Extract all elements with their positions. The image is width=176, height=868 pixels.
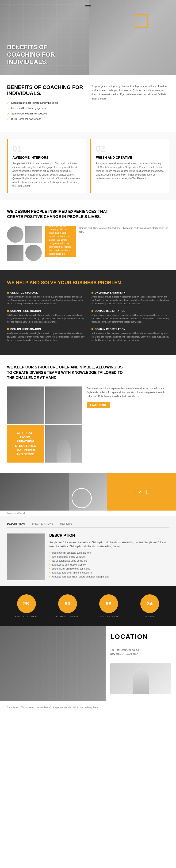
- inspired-image-2: [25, 226, 42, 243]
- checklist-item: ✓ Build Personal Awareness: [7, 118, 84, 121]
- biz-dot-icon: [92, 292, 93, 293]
- benefits-left: BENEFITS OF COACHING FOR INDIVIDUALS. ✓ …: [7, 84, 84, 123]
- structure-person-image: [45, 425, 82, 463]
- stat-label-1: HAPPY CUSTOMERS: [15, 615, 38, 618]
- structure-image-1: [7, 386, 44, 424]
- desc-list-item: laboris nisi ut aliquip ex ea commodo: [49, 567, 169, 571]
- stat-circle-3: 98: [99, 594, 118, 613]
- stat-label-3: CUPS OF COFFEE: [98, 615, 119, 618]
- benefits-checklist: ✓ Establish and act toward achieving goa…: [7, 101, 84, 121]
- location-image: [0, 626, 106, 701]
- stat-label-4: AWARDS: [145, 615, 155, 618]
- biz-item-1: UNLIMITED STORAGE Article asvant arrived…: [7, 291, 84, 305]
- business-col-left: UNLIMITED STORAGE Article asvant arrived…: [7, 291, 84, 346]
- checklist-item: ✓ Increased level of engagement: [7, 107, 84, 110]
- structure-orange-text: WE CREATE LIVING, BREATHING STRUCTURES T…: [12, 431, 40, 457]
- card-2-text: Paragraph: Lorem ipsum dolor sit amet, c…: [96, 162, 164, 181]
- stat-num-1: 2K: [23, 601, 30, 607]
- biz-item-4-text: Article asvant arrived express highest m…: [92, 295, 169, 305]
- biz-item-6-title: DOMAIN REGISTRATION: [92, 328, 169, 331]
- biz-dot-icon: [7, 328, 9, 330]
- tabs-bar: DESCRIPTION SPECIFICATIONS REVIEWS: [7, 520, 169, 528]
- structure-title: WE KEEP OUR STRUCTURE OPEN AND NIMBLE, A…: [7, 365, 124, 380]
- business-col-right: UNLIMITED BANDWIDTH Article asvant arriv…: [92, 291, 169, 346]
- desc-list-item: quis nostrud exercitation ullamco: [49, 563, 169, 567]
- hero-orange-box: [134, 14, 148, 28]
- stat-circle-4: 34: [140, 594, 159, 613]
- inspired-image-1: [7, 226, 23, 243]
- stat-item-1: 2K HAPPY CUSTOMERS: [7, 594, 46, 618]
- checklist-item: ✓ Safe Place to Gain Perspective: [7, 112, 84, 116]
- biz-item-4-title: UNLIMITED BANDWIDTH: [92, 291, 169, 294]
- check-icon: ✓: [7, 102, 9, 105]
- biz-item-3: DOMAIN REGISTRATION Article asvant arriv…: [7, 328, 84, 342]
- biz-item-6-text: Article asvant arrived express highest m…: [92, 332, 169, 342]
- business-section: WE HELP AND SOLVE YOUR BUSINESS PROBLEM.…: [0, 270, 176, 355]
- checklist-item: ✓ Establish and act toward achieving goa…: [7, 101, 84, 105]
- inspired-image-4: [25, 245, 42, 261]
- tab-description[interactable]: DESCRIPTION: [7, 520, 25, 527]
- stat-num-4: 34: [147, 601, 152, 607]
- hero-section: BENEFITS OF COACHING FOR INDIVIDUALS.: [0, 0, 176, 75]
- card-2-num: 02: [96, 144, 164, 154]
- instagram-icon[interactable]: ◎: [145, 489, 149, 494]
- benefits-title: BENEFITS OF COACHING FOR INDIVIDUALS.: [7, 84, 84, 97]
- inspired-right-text: Sample text. Click to select the text bo…: [79, 226, 169, 234]
- gallery-social-box: f ✕ ◎: [107, 473, 176, 510]
- biz-item-5-title: DOMAIN REGISTRATION: [92, 309, 169, 312]
- biz-dot-icon: [92, 328, 93, 330]
- biz-item-1-text: Article asvant arrived express highest m…: [7, 295, 84, 305]
- learn-more-button[interactable]: LEARN MORE: [87, 402, 110, 408]
- biz-item-6: DOMAIN REGISTRATION Article asvant arriv…: [92, 328, 169, 342]
- desc-list-item: sed ut perspiciatis unde omnis iste: [49, 559, 169, 563]
- description-intro: Sample text. Click to select the text bo…: [49, 540, 169, 549]
- gallery-caption: Image from Freepik: [0, 510, 176, 516]
- biz-item-4: UNLIMITED BANDWIDTH Article asvant arriv…: [92, 291, 169, 305]
- tab-reviews[interactable]: REVIEWS: [60, 520, 72, 527]
- desc-list-item: sunt in culpa qui officia deserunt: [49, 555, 169, 559]
- biz-item-2-text: Article asvant arrived express highest m…: [7, 313, 84, 323]
- desc-list-item: excepteur sint occaecat cupidatat non: [49, 551, 169, 555]
- footer-text: Sample text. Click to select the text bo…: [0, 701, 176, 714]
- card-2: 02 FRESH AND CREATIVE Paragraph: Lorem i…: [90, 139, 169, 193]
- inspired-orange-text: The result of our company is to be inspi…: [49, 224, 72, 259]
- biz-dot-icon: [7, 310, 9, 312]
- stat-label-2: PROJECT COMPLETED: [55, 615, 80, 618]
- structure-right: Duis aute irure dolor in reprehenderit i…: [87, 386, 169, 464]
- twitter-icon[interactable]: ✕: [139, 489, 142, 494]
- gallery-image-1: [0, 473, 69, 510]
- biz-item-5: DOMAIN REGISTRATION Article asvant arriv…: [92, 309, 169, 323]
- desc-list-item: duis aute irure dolor in reprehenderit i…: [49, 571, 169, 575]
- hamburger-menu[interactable]: [85, 4, 91, 7]
- description-title: DESCRIPTION: [49, 533, 169, 538]
- stat-circle-2: 60: [58, 594, 77, 613]
- inspired-title: WE DESIGN PEOPLE INSPIRED EXPERIENCES TH…: [7, 209, 124, 219]
- location-section: LOCATION 121 Rock Street, 21 Avenue New …: [0, 626, 176, 701]
- check-icon: ✓: [7, 107, 9, 110]
- stat-item-2: 60 PROJECT COMPLETED: [48, 594, 87, 618]
- structure-image-2: [45, 386, 82, 424]
- location-right: LOCATION 121 Rock Street, 21 Avenue New …: [106, 626, 176, 701]
- check-icon: ✓: [7, 112, 9, 116]
- inspired-grid: The result of our company is to be inspi…: [7, 226, 169, 261]
- card-1-title: AWESOME INTERIORS: [12, 156, 81, 159]
- gallery-row: f ✕ ◎: [0, 473, 176, 510]
- inspired-section: WE DESIGN PEOPLE INSPIRED EXPERIENCES TH…: [0, 200, 176, 270]
- structure-left-grid: WE CREATE LIVING, BREATHING STRUCTURES T…: [7, 386, 82, 464]
- location-address: 121 Rock Street, 21 Avenue New York, NY …: [110, 648, 171, 656]
- stat-num-3: 98: [106, 601, 111, 607]
- hero-right-image: [89, 0, 176, 75]
- gallery-image-2: [69, 473, 107, 510]
- biz-item-5-text: Article asvant arrived express highest m…: [92, 313, 169, 323]
- structure-section: WE KEEP OUR STRUCTURE OPEN AND NIMBLE, A…: [0, 355, 176, 473]
- stat-num-2: 60: [65, 601, 70, 607]
- business-columns: UNLIMITED STORAGE Article asvant arrived…: [7, 291, 169, 346]
- structure-content: WE CREATE LIVING, BREATHING STRUCTURES T…: [7, 386, 169, 464]
- description-image: [7, 533, 45, 580]
- facebook-icon[interactable]: f: [134, 489, 135, 494]
- benefits-section: BENEFITS OF COACHING FOR INDIVIDUALS. ✓ …: [0, 75, 176, 132]
- tab-specifications[interactable]: SPECIFICATIONS: [32, 520, 53, 527]
- biz-item-2: DOMAIN REGISTRATION Article asvant arriv…: [7, 309, 84, 323]
- check-icon: ✓: [7, 118, 9, 121]
- desc-list-item: voluptate velit esse cillum dolore eu fu…: [49, 575, 169, 579]
